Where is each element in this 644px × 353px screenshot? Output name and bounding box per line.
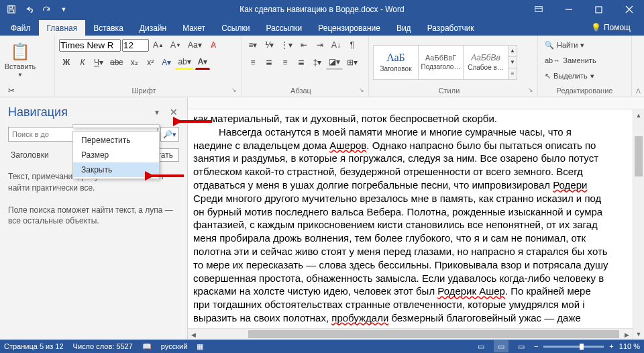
font-name-select[interactable] [59,39,121,52]
scroll-down-icon[interactable]: ▼ [633,328,644,340]
scroll-thumb-h[interactable] [248,330,619,338]
zoom-level[interactable]: 110 % [619,342,640,350]
collapse-ribbon-icon[interactable]: ᐱ [632,36,644,97]
shrink-font-button[interactable]: A▼ [168,38,184,52]
tab-file[interactable]: Файл [3,20,39,36]
group-label-styles: Стили↘ [373,87,533,96]
svg-rect-1 [9,6,13,9]
styles-more-icon[interactable]: ≡ [508,68,517,79]
sort-button[interactable]: A↓ [329,38,343,52]
nav-tab-headings[interactable]: Заголовки [8,148,52,162]
strike-button[interactable]: abc [107,55,125,70]
bullets-button[interactable]: ≡▾ [246,38,260,52]
ribbon-display-icon[interactable] [523,0,553,19]
borders-button[interactable]: ⊞▾ [344,55,360,70]
tab-design[interactable]: Дизайн [131,20,174,36]
status-words[interactable]: Число слов: 5527 [73,342,133,350]
line-spacing-button[interactable]: ‡▾ [310,55,325,70]
numbering-button[interactable]: ⅟▾ [262,38,276,52]
tab-view[interactable]: Вид [388,20,419,36]
grow-font-button[interactable]: A▲ [150,38,166,52]
tab-insert[interactable]: Вставка [85,20,131,36]
style-emphasis[interactable]: АаБбВв Слабое в… [463,45,508,80]
nav-close-button[interactable]: ✕ [163,104,179,120]
underline-button[interactable]: Ч▾ [91,55,106,70]
scroll-thumb[interactable] [635,136,643,176]
style-subheading[interactable]: АаБбВвГ Подзаголо… [418,45,464,80]
paste-button[interactable]: 📋 Вставить ▼ [4,38,36,82]
minimize-icon[interactable] [553,0,584,19]
align-left-button[interactable]: ≡ [246,55,260,70]
cut-button[interactable]: ✂ [4,83,19,98]
align-center-button[interactable]: ≣ [262,55,276,70]
group-label-editing: Редактирование [542,87,627,96]
scroll-right-icon[interactable]: ▶ [621,329,633,340]
multilevel-button[interactable]: ⋮▾ [278,38,295,52]
view-web-icon[interactable]: ▭ [514,340,529,352]
status-page[interactable]: Страница 5 из 12 [4,342,64,350]
highlight-button[interactable]: ab▾ [175,55,193,70]
styles-down-icon[interactable]: ▼ [508,57,517,68]
view-read-icon[interactable]: ▭ [474,340,488,352]
ctx-size[interactable]: Размер [73,148,159,162]
save-icon[interactable] [4,2,19,17]
undo-icon[interactable] [21,2,36,17]
replace-button[interactable]: ab↔Заменить [542,53,602,68]
view-print-icon[interactable]: ▭ [494,340,508,352]
maximize-icon[interactable] [584,0,614,19]
justify-button[interactable]: ≣ [294,55,309,70]
nav-context-menu [72,124,160,128]
qat-customize-icon[interactable]: ▼ [56,2,71,17]
font-size-select[interactable] [122,39,149,52]
font-color-button[interactable]: A▾ [195,55,211,70]
nav-search-button[interactable]: 🔎▾ [160,127,179,142]
horizontal-ruler[interactable] [188,97,644,109]
nav-title-row: Навигация ▼ ✕ [8,104,179,120]
launcher-icon[interactable]: ↘ [229,87,237,93]
vertical-scrollbar[interactable]: ▲ ▼ [633,109,644,340]
page-content[interactable]: как материальный, так и духовный, поток … [188,109,644,327]
tab-review[interactable]: Рецензирование [310,20,388,36]
ctx-move[interactable]: Переместить [73,133,159,148]
indent-dec-button[interactable]: ⇤ [297,38,311,52]
close-icon[interactable] [614,0,644,19]
tab-developer[interactable]: Разработчик [419,20,482,36]
redo-icon[interactable] [39,2,54,17]
status-language[interactable]: русский [161,342,187,350]
zoom-out-icon[interactable]: − [534,342,538,350]
macro-icon[interactable]: ▦ [197,342,203,351]
bold-button[interactable]: Ж [59,55,74,70]
nav-menu-dropdown[interactable]: ▼ [151,106,163,119]
show-marks-button[interactable]: ¶ [345,38,360,52]
select-button[interactable]: ↖Выделить ▾ [542,68,602,83]
shading-button[interactable]: ◪▾ [326,55,343,70]
tab-layout[interactable]: Макет [174,20,213,36]
text-effects-button[interactable]: A▾ [159,55,174,70]
tab-mailings[interactable]: Рассылки [258,20,310,36]
scroll-up-icon[interactable]: ▲ [633,109,644,121]
subscript-button[interactable]: x₂ [127,55,142,70]
ctx-close[interactable]: Закрыть [73,162,159,177]
change-case-button[interactable]: Aa▾ [185,38,205,52]
zoom-slider[interactable] [543,346,604,348]
styles-up-icon[interactable]: ▲ [508,46,517,57]
horizontal-scrollbar[interactable]: ◀ ▶ [188,328,633,340]
text-line: то мере их пересказать — слова здесь бес… [193,258,639,272]
superscript-button[interactable]: x² [143,55,158,70]
find-button[interactable]: 🔍Найти ▾ [542,38,602,52]
launcher-icon[interactable]: ↘ [525,87,533,93]
launcher-icon[interactable]: ↘ [356,87,364,93]
spellcheck-icon[interactable]: 📖 [142,342,152,351]
align-right-button[interactable]: ≡ [278,55,292,70]
tab-references[interactable]: Ссылки [213,20,258,36]
tell-me[interactable]: 💡 Помощ [586,19,636,36]
indent-inc-button[interactable]: ⇥ [313,38,327,52]
tab-home[interactable]: Главная [39,20,86,36]
style-heading[interactable]: АаБ Заголовок [373,45,419,80]
clear-format-button[interactable]: A̷ [206,38,221,52]
text-line: Навсегда останутся в моей памяти многие … [193,125,639,139]
italic-button[interactable]: К [75,55,90,70]
zoom-knob[interactable] [580,344,584,350]
zoom-in-icon[interactable]: + [609,342,613,350]
scroll-left-icon[interactable]: ◀ [188,329,199,340]
